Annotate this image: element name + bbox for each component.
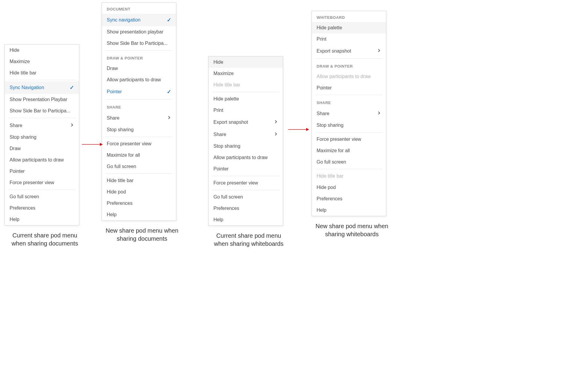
- menu-item-force-presenter-view[interactable]: Force presenter view: [102, 138, 176, 150]
- menu-item-label: Allow participants to draw: [107, 77, 161, 83]
- menu-item-maximize-for-all[interactable]: Maximize for all: [102, 150, 176, 161]
- menu-caption: New share pod menu when sharing whiteboa…: [312, 222, 392, 238]
- menu-item-stop-sharing[interactable]: Stop sharing: [312, 120, 386, 131]
- menu-item-allow-participants-draw[interactable]: Allow participants to draw: [209, 152, 283, 163]
- menu-item-maximize[interactable]: Maximize: [5, 56, 79, 67]
- menu-item-sync-navigation[interactable]: Sync Navigation✓: [5, 81, 79, 94]
- menu-divider: [315, 169, 382, 169]
- menu-item-label: Share: [10, 123, 22, 128]
- menu-item-allow-participants-draw[interactable]: Allow participants to draw: [5, 154, 79, 166]
- menu-item-share[interactable]: Share: [312, 107, 386, 120]
- menu-item-draw[interactable]: Draw: [5, 143, 79, 154]
- menu-item-help[interactable]: Help: [312, 205, 386, 216]
- menu-item-show-presentation-playbar[interactable]: Show Presentation Playbar: [5, 94, 79, 105]
- menu-item-go-full-screen[interactable]: Go full screen: [312, 156, 386, 168]
- menu-item-label: Show presentation playbar: [107, 29, 163, 35]
- menu-item-help[interactable]: Help: [5, 214, 79, 225]
- menu-item-force-presenter-view[interactable]: Force presenter view: [5, 177, 79, 188]
- menu-item-show-side-bar[interactable]: Show Side Bar to Participa...: [102, 38, 176, 49]
- menu-item-label: Show Side Bar to Participa...: [10, 108, 71, 114]
- menu-caption: New share pod menu when sharing document…: [102, 227, 182, 243]
- chevron-right-icon: [274, 131, 278, 138]
- menu-item-label: Preferences: [317, 196, 342, 202]
- menu-item-pointer[interactable]: Pointer✓: [102, 86, 176, 98]
- menu-divider: [315, 58, 382, 59]
- menu-item-maximize[interactable]: Maximize: [209, 68, 283, 79]
- menu-item-label: Help: [213, 217, 223, 222]
- menu-item-go-full-screen[interactable]: Go full screen: [5, 191, 79, 202]
- menu-item-hide-title-bar[interactable]: Hide title bar: [5, 67, 79, 79]
- menu-item-pointer[interactable]: Pointer: [312, 82, 386, 94]
- menu-item-label: Preferences: [213, 206, 239, 211]
- menu-item-allow-participants-draw[interactable]: Allow participants to draw: [102, 74, 176, 86]
- menu-item-go-full-screen[interactable]: Go full screen: [102, 161, 176, 172]
- menu-divider: [315, 132, 382, 132]
- menu-divider: [212, 176, 279, 176]
- arrow-icon: [288, 126, 309, 132]
- menu-item-hide-palette[interactable]: Hide palette: [209, 93, 283, 105]
- menu-item-hide-title-bar: Hide title bar: [209, 79, 283, 91]
- menu-item-show-side-bar[interactable]: Show Side Bar to Participa...: [5, 105, 79, 117]
- menu-divider: [8, 80, 75, 80]
- menu-item-label: Print: [213, 108, 223, 113]
- menu-item-hide-pod[interactable]: Hide pod: [102, 186, 176, 198]
- menu-item-draw[interactable]: Draw: [102, 63, 176, 74]
- menu-item-stop-sharing[interactable]: Stop sharing: [102, 124, 176, 135]
- menu-item-force-presenter-view[interactable]: Force presenter view: [209, 177, 283, 189]
- menu-item-allow-participants-draw: Allow participants to draw: [312, 71, 386, 82]
- menu-item-stop-sharing[interactable]: Stop sharing: [5, 132, 79, 143]
- menu-section-header: Share: [102, 101, 176, 112]
- menu-item-label: Pointer: [10, 169, 25, 174]
- menu-section-header: Draw & Pointer: [102, 52, 176, 63]
- menu-item-label: Hide: [10, 48, 19, 53]
- menu-item-help[interactable]: Help: [209, 214, 283, 225]
- chevron-right-icon: [274, 119, 278, 125]
- menu-item-label: Help: [107, 212, 117, 217]
- menu-item-label: Show Presentation Playbar: [10, 97, 67, 102]
- menu-item-help[interactable]: Help: [102, 209, 176, 220]
- menu-item-label: Stop sharing: [317, 123, 344, 128]
- menu-item-print[interactable]: Print: [209, 105, 283, 116]
- check-icon: ✓: [70, 84, 74, 91]
- menu-divider: [106, 50, 172, 51]
- menu-item-preferences[interactable]: Preferences: [209, 203, 283, 214]
- menu-item-label: Force presenter view: [107, 141, 151, 147]
- menu-item-preferences[interactable]: Preferences: [102, 198, 176, 209]
- menu-item-label: Share: [107, 115, 120, 121]
- menu-item-preferences[interactable]: Preferences: [312, 193, 386, 205]
- menu-item-show-presentation-playbar[interactable]: Show presentation playbar: [102, 26, 176, 38]
- menu-divider: [212, 92, 279, 92]
- menu-item-label: Pointer: [107, 89, 122, 94]
- menu-item-pointer[interactable]: Pointer: [209, 163, 283, 175]
- menu-item-print[interactable]: Print: [312, 33, 386, 45]
- menu-container-currentWb: HideMaximizeHide title barHide palettePr…: [208, 56, 289, 248]
- menu-item-share[interactable]: Share: [102, 112, 176, 124]
- menu-item-share[interactable]: Share: [5, 119, 79, 132]
- menu-item-label: Show Side Bar to Participa...: [107, 41, 168, 46]
- menu-item-label: Print: [317, 36, 326, 42]
- menu-item-preferences[interactable]: Preferences: [5, 202, 79, 214]
- menu-item-label: Hide palette: [213, 96, 239, 102]
- menu-item-hide-pod[interactable]: Hide pod: [312, 182, 386, 193]
- menu-caption: Current share pod menu when sharing docu…: [4, 231, 85, 248]
- menu-item-share[interactable]: Share: [209, 128, 283, 141]
- menu-item-go-full-screen[interactable]: Go full screen: [209, 191, 283, 203]
- menu-item-hide-title-bar[interactable]: Hide title bar: [102, 175, 176, 186]
- menu-item-sync-navigation[interactable]: Sync navigation✓: [102, 14, 176, 26]
- menu-divider: [315, 95, 382, 95]
- menu-item-hide[interactable]: Hide: [209, 57, 283, 68]
- menu-item-export-snapshot[interactable]: Export snapshot: [209, 116, 283, 128]
- menu-item-label: Hide title bar: [10, 70, 36, 76]
- menu-item-pointer[interactable]: Pointer: [5, 166, 79, 177]
- menu-item-label: Maximize: [213, 71, 234, 76]
- menu-item-hide[interactable]: Hide: [5, 45, 79, 56]
- menu-item-hide-palette[interactable]: Hide palette: [312, 22, 386, 33]
- menu-item-maximize-for-all[interactable]: Maximize for all: [312, 145, 386, 156]
- menu-item-label: Go full screen: [317, 159, 346, 165]
- menu-item-export-snapshot[interactable]: Export snapshot: [312, 45, 386, 57]
- chevron-right-icon: [377, 110, 381, 117]
- menu-item-stop-sharing[interactable]: Stop sharing: [209, 141, 283, 152]
- menu-currentDocs: HideMaximizeHide title barSync Navigatio…: [4, 44, 79, 225]
- menu-item-force-presenter-view[interactable]: Force presenter view: [312, 134, 386, 145]
- menu-currentWb: HideMaximizeHide title barHide palettePr…: [208, 56, 283, 226]
